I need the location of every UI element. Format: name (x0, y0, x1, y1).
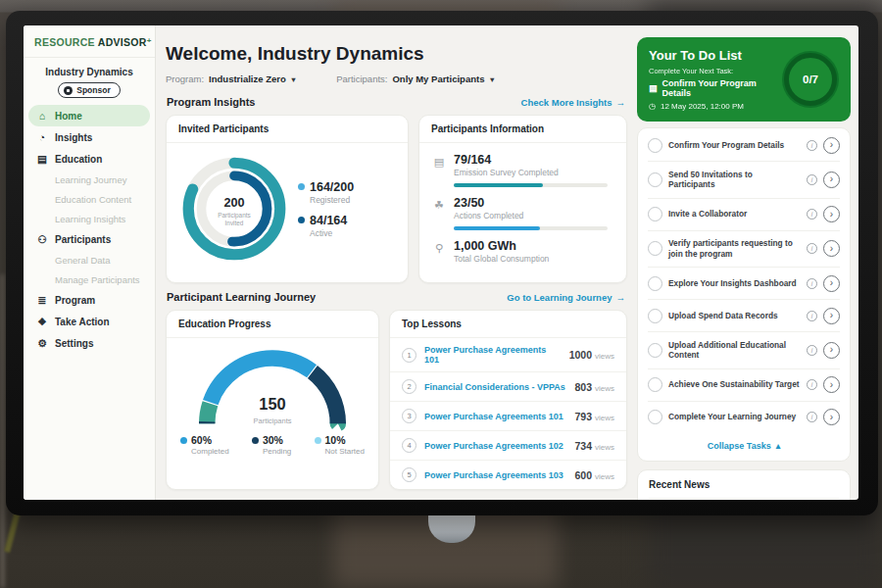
info-icon[interactable]: i (807, 379, 817, 390)
participants-filter-label: Participants: (336, 74, 387, 84)
task-row: Send 50 Invitations to Participants i › (648, 162, 840, 199)
logo-resource: RESOURCE (34, 36, 95, 48)
legend-value: 30% (263, 434, 283, 446)
logo-plus: + (147, 36, 152, 45)
section-title: Participant Learning Journey (167, 291, 316, 303)
sidebar-item-insights[interactable]: ◔ Insights (24, 126, 155, 148)
info-icon[interactable]: i (807, 311, 817, 321)
resource-advisor-logo: RESOURCE ADVISOR+ (24, 25, 155, 58)
chevron-right-icon[interactable]: › (823, 275, 840, 292)
lesson-row: 4 Power Purchase Agreements 102 734views (390, 431, 626, 461)
task-checkbox[interactable] (648, 343, 662, 358)
collapse-tasks-link[interactable]: Collapse Tasks ▴ (648, 433, 840, 460)
sidebar-item-learning-insights[interactable]: Learning Insights (24, 209, 155, 228)
chevron-right-icon[interactable]: › (823, 137, 840, 154)
chevron-down-icon: ▼ (290, 75, 297, 84)
task-row: Upload Additional Educational Content i … (648, 332, 840, 369)
go-to-learning-journey-link[interactable]: Go to Learning Journey → (507, 292, 625, 303)
legend-item-not-started: 10% Not Started (315, 434, 365, 456)
info-icon[interactable]: i (807, 278, 817, 289)
sidebar-item-label: Home (55, 111, 82, 122)
info-icon[interactable]: i (807, 412, 817, 422)
lesson-rank: 3 (402, 409, 416, 423)
insights-cards-row: Invited Participants 200 Participants In… (166, 115, 627, 283)
program-filter[interactable]: Program:Industrialize Zero▼ (166, 74, 297, 84)
top-lessons-card: Top Lessons 1 Power Purchase Agreements … (389, 310, 627, 490)
lesson-row: 5 Power Purchase Agreements 103 600views (390, 461, 626, 489)
progress-bar-track (454, 183, 608, 187)
chevron-right-icon[interactable]: › (823, 172, 840, 188)
task-checkbox[interactable] (648, 276, 662, 291)
home-icon: ⌂ (36, 110, 48, 122)
chevron-right-icon[interactable]: › (823, 342, 840, 359)
task-checkbox[interactable] (648, 377, 662, 392)
main-content: Welcome, Industry Dynamics Program:Indus… (156, 25, 637, 500)
sponsor-badge-icon (64, 86, 73, 95)
lesson-views-unit: views (595, 472, 614, 481)
info-icon[interactable]: i (807, 345, 817, 356)
lesson-views: 600 (574, 469, 592, 481)
lesson-link[interactable]: Power Purchase Agreements 101 (424, 412, 566, 421)
sidebar-item-manage-participants[interactable]: Manage Participants (24, 270, 155, 289)
gauge-card-body: 150 Participants 60% Completed 30% Pendi… (167, 338, 378, 467)
sidebar-item-take-action[interactable]: ❖ Take Action (24, 311, 155, 332)
stat-label: Total Global Consumption (454, 254, 612, 264)
sidebar-item-participants[interactable]: ⚇ Participants (24, 228, 155, 250)
stat-value: 1,000 GWh (454, 239, 612, 253)
task-checkbox[interactable] (648, 309, 662, 323)
people-icon: ⚇ (36, 233, 48, 245)
lesson-link[interactable]: Power Purchase Agreements 102 (424, 441, 566, 451)
task-checkbox[interactable] (648, 172, 662, 187)
legend-dot (315, 437, 321, 444)
participants-filter[interactable]: Participants:Only My Participants▼ (336, 74, 496, 84)
sidebar-item-education-content[interactable]: Education Content (24, 189, 155, 209)
lesson-views: 803 (574, 381, 592, 393)
recent-news-card: Recent News (637, 469, 851, 500)
legend-item-completed: 60% Completed (180, 434, 229, 456)
task-checkbox[interactable] (648, 241, 662, 256)
info-icon[interactable]: i (807, 243, 817, 254)
sidebar-item-education[interactable]: ▤ Education (24, 148, 155, 170)
lesson-link[interactable]: Power Purchase Agreements 103 (424, 470, 566, 480)
sidebar-item-home[interactable]: ⌂ Home (28, 105, 150, 126)
lesson-row: 2 Financial Considerations - VPPAs 803vi… (390, 372, 626, 402)
arrow-right-icon: → (616, 292, 626, 303)
legend-dot (180, 437, 187, 444)
program-filter-value: Industrialize Zero (209, 74, 286, 84)
lesson-views-unit: views (595, 414, 614, 422)
info-icon[interactable]: i (807, 174, 817, 185)
participants-information-card: Participants Information ▤ 79/164 Emissi… (418, 115, 627, 283)
sidebar-item-program[interactable]: ≣ Program (24, 289, 155, 311)
stats-body: ▤ 79/164 Emission Survey Completed ☘ 2 (419, 143, 626, 282)
info-icon[interactable]: i (807, 209, 817, 220)
sidebar-item-settings[interactable]: ⚙ Settings (24, 332, 155, 354)
check-more-insights-link[interactable]: Check More Insights → (521, 97, 625, 108)
task-checkbox[interactable] (648, 138, 662, 153)
info-icon[interactable]: i (807, 140, 817, 151)
sidebar-item-learning-journey[interactable]: Learning Journey (24, 170, 155, 189)
education-progress-card: Education Progress 150 Participants (166, 310, 379, 490)
legend-value: 164/200 (310, 180, 354, 194)
invited-participants-card: Invited Participants 200 Participants In… (166, 115, 409, 283)
task-checkbox[interactable] (648, 207, 662, 221)
todo-title: Your To Do List (649, 48, 774, 63)
todo-next-task: Confirm Your Program Details (662, 78, 774, 98)
task-label: Confirm Your Program Details (668, 140, 801, 151)
lesson-views: 1000 (569, 349, 592, 361)
chevron-right-icon[interactable]: › (823, 376, 840, 393)
chevron-right-icon[interactable]: › (823, 409, 840, 425)
page-title: Welcome, Industry Dynamics (166, 43, 627, 65)
collapse-label: Collapse Tasks (708, 441, 771, 451)
chevron-right-icon[interactable]: › (823, 206, 840, 222)
task-row: Complete Your Learning Journey i › (648, 402, 840, 433)
program-insights-header: Program Insights Check More Insights → (167, 96, 625, 108)
todo-progress-ring: 0/7 (782, 51, 839, 108)
task-checkbox[interactable] (648, 410, 662, 424)
lesson-link[interactable]: Financial Considerations - VPPAs (424, 382, 566, 392)
chevron-right-icon[interactable]: › (823, 240, 840, 257)
org-name: Industry Dynamics (24, 67, 155, 77)
chevron-right-icon[interactable]: › (823, 308, 840, 324)
lesson-link[interactable]: Power Purchase Agreements 101 (424, 345, 562, 365)
sidebar-item-general-data[interactable]: General Data (24, 250, 155, 270)
lesson-views: 793 (574, 411, 592, 422)
